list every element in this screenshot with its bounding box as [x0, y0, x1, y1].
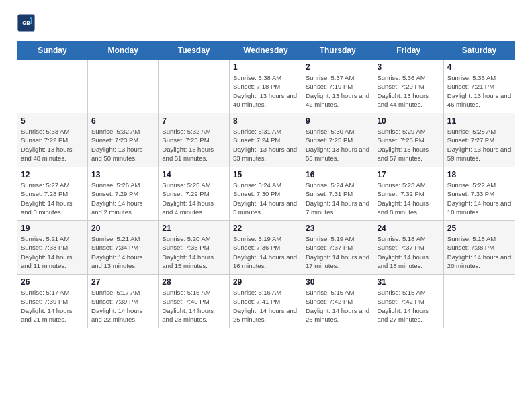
calendar-cell: 29Sunrise: 5:16 AM Sunset: 7:41 PM Dayli…	[229, 275, 302, 328]
day-of-week-header: Friday	[373, 42, 443, 60]
day-info: Sunrise: 5:21 AM Sunset: 7:33 PM Dayligh…	[21, 234, 84, 270]
day-info: Sunrise: 5:19 AM Sunset: 7:37 PM Dayligh…	[306, 234, 369, 270]
day-info: Sunrise: 5:16 AM Sunset: 7:41 PM Dayligh…	[233, 288, 298, 324]
day-info: Sunrise: 5:27 AM Sunset: 7:28 PM Dayligh…	[21, 181, 84, 216]
calendar-week-row: 5Sunrise: 5:33 AM Sunset: 7:22 PM Daylig…	[17, 113, 515, 167]
calendar-cell: 11Sunrise: 5:28 AM Sunset: 7:27 PM Dayli…	[443, 113, 515, 167]
calendar-cell: 3Sunrise: 5:36 AM Sunset: 7:20 PM Daylig…	[373, 60, 443, 113]
day-info: Sunrise: 5:31 AM Sunset: 7:24 PM Dayligh…	[233, 127, 298, 163]
day-info: Sunrise: 5:17 AM Sunset: 7:39 PM Dayligh…	[21, 288, 84, 324]
day-number: 18	[447, 170, 511, 179]
day-number: 20	[91, 224, 154, 233]
day-info: Sunrise: 5:32 AM Sunset: 7:23 PM Dayligh…	[91, 127, 154, 163]
day-number: 17	[377, 170, 439, 179]
calendar-cell	[17, 60, 88, 113]
calendar-week-row: 19Sunrise: 5:21 AM Sunset: 7:33 PM Dayli…	[17, 221, 515, 275]
day-number: 23	[306, 224, 369, 233]
day-number: 28	[162, 277, 226, 287]
day-info: Sunrise: 5:23 AM Sunset: 7:32 PM Dayligh…	[377, 181, 439, 216]
day-info: Sunrise: 5:20 AM Sunset: 7:35 PM Dayligh…	[162, 234, 226, 270]
calendar-cell: 23Sunrise: 5:19 AM Sunset: 7:37 PM Dayli…	[302, 221, 373, 275]
day-info: Sunrise: 5:26 AM Sunset: 7:29 PM Dayligh…	[91, 181, 154, 216]
day-info: Sunrise: 5:15 AM Sunset: 7:42 PM Dayligh…	[306, 288, 369, 324]
calendar-week-row: 1Sunrise: 5:38 AM Sunset: 7:18 PM Daylig…	[17, 60, 515, 113]
day-number: 27	[91, 277, 154, 287]
logo: GB	[17, 13, 39, 32]
day-number: 30	[306, 277, 369, 287]
calendar-week-row: 26Sunrise: 5:17 AM Sunset: 7:39 PM Dayli…	[17, 275, 515, 328]
calendar-cell: 9Sunrise: 5:30 AM Sunset: 7:25 PM Daylig…	[302, 113, 373, 167]
calendar-cell: 6Sunrise: 5:32 AM Sunset: 7:23 PM Daylig…	[88, 113, 159, 167]
day-number: 16	[306, 170, 369, 179]
day-number: 19	[21, 224, 84, 233]
day-of-week-header: Tuesday	[159, 42, 230, 60]
calendar-header-row: SundayMondayTuesdayWednesdayThursdayFrid…	[17, 42, 515, 60]
day-of-week-header: Wednesday	[229, 42, 302, 60]
day-number: 14	[162, 170, 226, 179]
day-info: Sunrise: 5:29 AM Sunset: 7:26 PM Dayligh…	[377, 127, 439, 163]
calendar-cell: 15Sunrise: 5:24 AM Sunset: 7:30 PM Dayli…	[229, 167, 302, 221]
calendar-cell: 2Sunrise: 5:37 AM Sunset: 7:19 PM Daylig…	[302, 60, 373, 113]
calendar-cell: 18Sunrise: 5:22 AM Sunset: 7:33 PM Dayli…	[443, 167, 515, 221]
calendar-cell: 20Sunrise: 5:21 AM Sunset: 7:34 PM Dayli…	[88, 221, 159, 275]
day-number: 26	[21, 277, 84, 287]
calendar-week-row: 12Sunrise: 5:27 AM Sunset: 7:28 PM Dayli…	[17, 167, 515, 221]
day-of-week-header: Monday	[88, 42, 159, 60]
calendar-cell: 19Sunrise: 5:21 AM Sunset: 7:33 PM Dayli…	[17, 221, 88, 275]
day-info: Sunrise: 5:30 AM Sunset: 7:25 PM Dayligh…	[306, 127, 369, 163]
day-info: Sunrise: 5:19 AM Sunset: 7:36 PM Dayligh…	[233, 234, 298, 270]
day-of-week-header: Thursday	[302, 42, 373, 60]
day-number: 3	[377, 62, 439, 72]
day-info: Sunrise: 5:18 AM Sunset: 7:38 PM Dayligh…	[447, 234, 511, 270]
day-number: 31	[377, 277, 439, 287]
calendar-cell: 21Sunrise: 5:20 AM Sunset: 7:35 PM Dayli…	[159, 221, 230, 275]
day-of-week-header: Sunday	[17, 42, 88, 60]
day-number: 8	[233, 116, 298, 126]
day-info: Sunrise: 5:15 AM Sunset: 7:42 PM Dayligh…	[377, 288, 439, 324]
day-info: Sunrise: 5:32 AM Sunset: 7:23 PM Dayligh…	[162, 127, 226, 163]
calendar-cell: 7Sunrise: 5:32 AM Sunset: 7:23 PM Daylig…	[159, 113, 230, 167]
day-number: 4	[447, 62, 511, 72]
svg-text:GB: GB	[22, 20, 30, 26]
calendar-cell	[159, 60, 230, 113]
calendar-cell: 12Sunrise: 5:27 AM Sunset: 7:28 PM Dayli…	[17, 167, 88, 221]
calendar-cell: 8Sunrise: 5:31 AM Sunset: 7:24 PM Daylig…	[229, 113, 302, 167]
day-number: 7	[162, 116, 226, 126]
day-number: 21	[162, 224, 226, 233]
day-info: Sunrise: 5:21 AM Sunset: 7:34 PM Dayligh…	[91, 234, 154, 270]
calendar-cell: 14Sunrise: 5:25 AM Sunset: 7:29 PM Dayli…	[159, 167, 230, 221]
logo-icon: GB	[17, 13, 36, 32]
calendar-cell: 10Sunrise: 5:29 AM Sunset: 7:26 PM Dayli…	[373, 113, 443, 167]
day-info: Sunrise: 5:35 AM Sunset: 7:21 PM Dayligh…	[447, 73, 511, 109]
calendar-cell: 27Sunrise: 5:17 AM Sunset: 7:39 PM Dayli…	[88, 275, 159, 328]
day-info: Sunrise: 5:25 AM Sunset: 7:29 PM Dayligh…	[162, 181, 226, 216]
day-info: Sunrise: 5:24 AM Sunset: 7:30 PM Dayligh…	[233, 181, 298, 216]
day-info: Sunrise: 5:28 AM Sunset: 7:27 PM Dayligh…	[447, 127, 511, 163]
day-number: 1	[233, 62, 298, 72]
day-info: Sunrise: 5:36 AM Sunset: 7:20 PM Dayligh…	[377, 73, 439, 109]
calendar-cell: 24Sunrise: 5:18 AM Sunset: 7:37 PM Dayli…	[373, 221, 443, 275]
day-number: 29	[233, 277, 298, 287]
day-number: 24	[377, 224, 439, 233]
page-header: GB	[17, 13, 515, 36]
day-info: Sunrise: 5:33 AM Sunset: 7:22 PM Dayligh…	[21, 127, 84, 163]
day-number: 10	[377, 116, 439, 126]
calendar-table: SundayMondayTuesdayWednesdayThursdayFrid…	[17, 41, 515, 328]
day-number: 13	[91, 170, 154, 179]
calendar-cell: 1Sunrise: 5:38 AM Sunset: 7:18 PM Daylig…	[229, 60, 302, 113]
calendar-cell: 4Sunrise: 5:35 AM Sunset: 7:21 PM Daylig…	[443, 60, 515, 113]
day-number: 2	[306, 62, 369, 72]
calendar-cell: 16Sunrise: 5:24 AM Sunset: 7:31 PM Dayli…	[302, 167, 373, 221]
calendar-cell: 22Sunrise: 5:19 AM Sunset: 7:36 PM Dayli…	[229, 221, 302, 275]
calendar-cell	[88, 60, 159, 113]
calendar-cell: 30Sunrise: 5:15 AM Sunset: 7:42 PM Dayli…	[302, 275, 373, 328]
day-info: Sunrise: 5:37 AM Sunset: 7:19 PM Dayligh…	[306, 73, 369, 109]
day-number: 9	[306, 116, 369, 126]
calendar-cell: 31Sunrise: 5:15 AM Sunset: 7:42 PM Dayli…	[373, 275, 443, 328]
day-number: 5	[21, 116, 84, 126]
day-number: 15	[233, 170, 298, 179]
day-number: 12	[21, 170, 84, 179]
calendar-cell: 13Sunrise: 5:26 AM Sunset: 7:29 PM Dayli…	[88, 167, 159, 221]
calendar-cell: 28Sunrise: 5:16 AM Sunset: 7:40 PM Dayli…	[159, 275, 230, 328]
day-info: Sunrise: 5:38 AM Sunset: 7:18 PM Dayligh…	[233, 73, 298, 109]
